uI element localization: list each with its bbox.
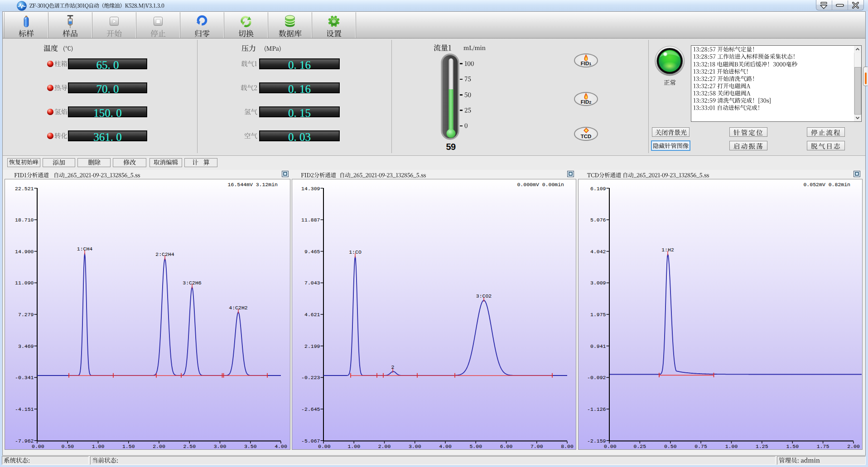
svg-text:3.009: 3.009	[590, 280, 606, 286]
svg-text:-5.067: -5.067	[301, 438, 320, 444]
svg-text:2:C2H4: 2:C2H4	[155, 251, 174, 257]
svg-text:16.544mV 3.12min: 16.544mV 3.12min	[228, 182, 278, 188]
svg-text:3.469: 3.469	[18, 343, 34, 349]
svg-text:7.00: 7.00	[530, 443, 543, 449]
svg-text:6.00: 6.00	[500, 443, 513, 449]
svg-text:0.00: 0.00	[32, 443, 44, 449]
svg-text:6.109: 6.109	[590, 186, 606, 192]
svg-text:4.00: 4.00	[439, 443, 452, 449]
svg-text:1.975: 1.975	[590, 312, 606, 318]
svg-text:2.00: 2.00	[847, 443, 860, 449]
svg-text:-7.962: -7.962	[15, 438, 34, 444]
svg-text:14.900: 14.900	[15, 249, 34, 255]
svg-text:3.00: 3.00	[214, 443, 227, 449]
svg-text:-0.223: -0.223	[301, 375, 320, 380]
svg-text:1.00: 1.00	[725, 443, 738, 449]
svg-text:-0.341: -0.341	[15, 375, 34, 380]
svg-text:1.50: 1.50	[122, 443, 135, 449]
svg-text:3:C2H6: 3:C2H6	[183, 280, 202, 286]
svg-text:0.941: 0.941	[590, 343, 606, 349]
svg-text:-1.126: -1.126	[587, 406, 606, 412]
svg-text:7.279: 7.279	[18, 312, 34, 318]
svg-text:4.00: 4.00	[275, 443, 287, 449]
svg-text:0.00: 0.00	[318, 443, 331, 449]
svg-text:3.00: 3.00	[409, 443, 421, 449]
svg-text:-2.645: -2.645	[301, 406, 320, 412]
svg-text:0.00: 0.00	[604, 443, 617, 449]
svg-text:11.090: 11.090	[15, 280, 34, 286]
svg-text:1.25: 1.25	[756, 443, 768, 449]
svg-text:7.043: 7.043	[304, 280, 320, 286]
svg-text:3:CO2: 3:CO2	[476, 293, 492, 299]
svg-text:5.00: 5.00	[469, 443, 482, 449]
svg-text:0.50: 0.50	[61, 443, 74, 449]
svg-text:3.50: 3.50	[244, 443, 257, 449]
svg-text:0.75: 0.75	[694, 443, 707, 449]
svg-text:1:H2: 1:H2	[661, 247, 674, 253]
svg-text:8.00: 8.00	[561, 443, 574, 449]
svg-text:2.00: 2.00	[378, 443, 391, 449]
svg-text:1.75: 1.75	[817, 443, 829, 449]
svg-text:-4.151: -4.151	[15, 406, 34, 412]
svg-text:2: 2	[391, 364, 395, 370]
svg-text:0.50: 0.50	[664, 443, 677, 449]
svg-text:2.50: 2.50	[183, 443, 196, 449]
svg-text:9.465: 9.465	[304, 249, 320, 255]
svg-text:2.199: 2.199	[304, 343, 320, 349]
svg-text:0.052mV 0.82min: 0.052mV 0.82min	[803, 182, 850, 188]
svg-text:2.00: 2.00	[153, 443, 165, 449]
svg-text:5.076: 5.076	[590, 217, 606, 223]
svg-text:22.521: 22.521	[15, 186, 34, 192]
svg-text:4.042: 4.042	[590, 249, 606, 255]
svg-text:1.50: 1.50	[786, 443, 799, 449]
svg-text:0.25: 0.25	[634, 443, 646, 449]
svg-text:1.00: 1.00	[347, 443, 360, 449]
svg-text:0.000mV 0.00min: 0.000mV 0.00min	[517, 182, 564, 188]
svg-text:14.309: 14.309	[301, 186, 320, 192]
svg-text:-2.159: -2.159	[587, 438, 606, 444]
svg-text:1:CO: 1:CO	[349, 249, 362, 255]
svg-text:4:C2H2: 4:C2H2	[229, 305, 248, 311]
svg-text:1:CH4: 1:CH4	[77, 246, 93, 252]
svg-text:11.887: 11.887	[301, 217, 320, 223]
svg-text:18.710: 18.710	[15, 217, 34, 223]
svg-text:1.00: 1.00	[92, 443, 105, 449]
svg-text:-0.092: -0.092	[587, 375, 606, 380]
svg-text:4.621: 4.621	[304, 312, 320, 318]
